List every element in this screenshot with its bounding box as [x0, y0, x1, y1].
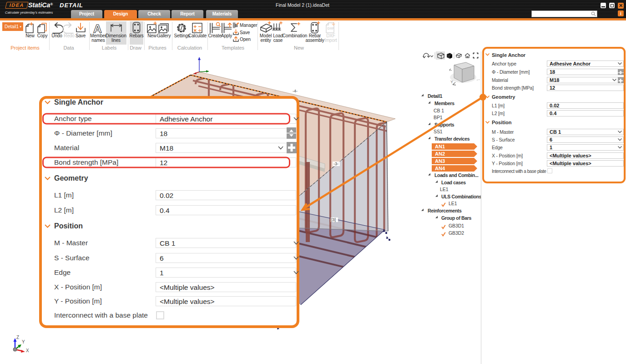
svg-text:Z: Z — [16, 335, 19, 340]
svg-text:-3-: -3- — [333, 162, 338, 166]
svg-text:Y: Y — [22, 339, 25, 344]
svg-text:DXF: DXF — [328, 26, 334, 30]
svg-text:-4-: -4- — [293, 89, 298, 93]
svg-text:X: X — [26, 348, 29, 353]
svg-text:[3]: [3] — [331, 217, 336, 222]
svg-text:Y: Y — [450, 80, 453, 84]
